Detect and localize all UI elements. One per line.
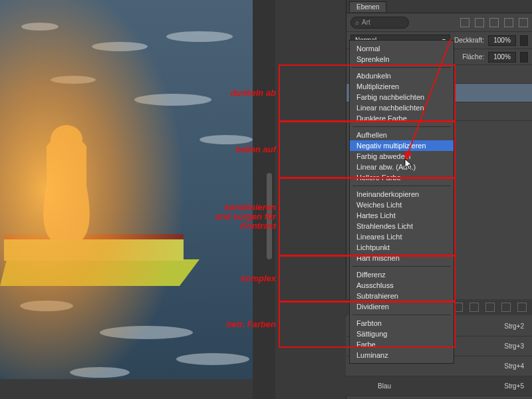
channel-shortcut: Strg+5 — [504, 382, 524, 390]
fill-label: Fläche: — [462, 53, 484, 61]
adjustment-icon[interactable] — [469, 303, 479, 312]
opacity-value[interactable]: 100% — [488, 35, 516, 46]
annotation-label: dunkeln ab — [209, 88, 276, 98]
filter-type-icon[interactable] — [489, 18, 499, 27]
trash-icon[interactable] — [517, 303, 527, 312]
filter-smart-icon[interactable] — [519, 18, 528, 27]
layer-filter-dropdown[interactable]: ⌕ Art — [350, 17, 409, 29]
tab-ebenen[interactable]: Ebenen — [349, 1, 386, 12]
annotation-arrow — [346, 35, 459, 168]
fill-value[interactable]: 100% — [488, 52, 516, 63]
new-layer-icon[interactable] — [501, 303, 511, 312]
layer-filter-label: Art — [362, 19, 370, 26]
fill-stepper[interactable] — [520, 52, 528, 63]
annotation-box: betr. Farben — [279, 301, 456, 348]
annotation-label: komplex — [209, 274, 276, 283]
annotation-label: kombinieren und sorgen für Kontrast — [209, 203, 276, 231]
channel-label: Blau — [378, 382, 391, 390]
channel-row[interactable]: Blau Strg+5 — [346, 376, 532, 396]
filter-adjust-icon[interactable] — [475, 18, 484, 27]
layer-filter-icons — [460, 18, 528, 27]
annotation-box: komplex — [279, 255, 456, 302]
search-icon: ⌕ — [355, 19, 359, 26]
svg-line-15 — [406, 39, 451, 160]
opacity-stepper[interactable] — [520, 35, 528, 46]
layer-filter-row: ⌕ Art — [346, 13, 532, 32]
annotation-box: kombinieren und sorgen für Kontrast — [279, 178, 456, 256]
cursor-icon — [404, 158, 414, 170]
filter-pixel-icon[interactable] — [460, 18, 469, 27]
annotation-label: betr. Farben — [209, 320, 276, 329]
blend-mode-option[interactable]: Luminanz — [350, 350, 454, 360]
filter-shape-icon[interactable] — [504, 18, 513, 27]
panel-tab-bar: Ebenen — [346, 0, 532, 13]
annotation-label: hellen auf — [209, 145, 276, 154]
group-icon[interactable] — [485, 303, 495, 312]
